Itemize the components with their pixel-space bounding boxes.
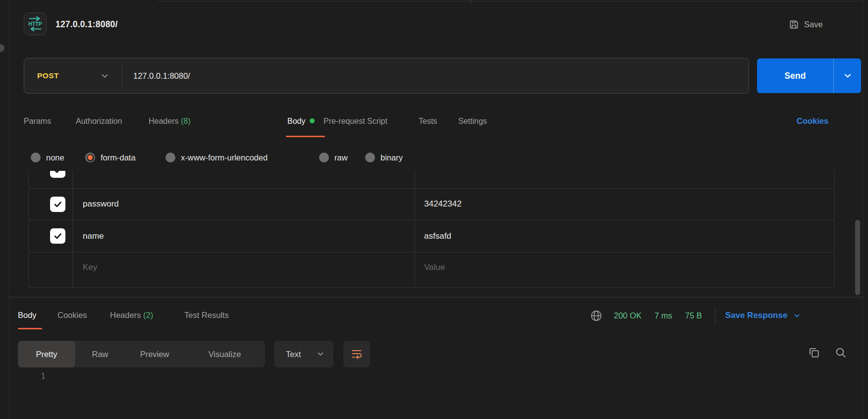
editor-line-number: 1	[31, 371, 46, 381]
active-tab-underline	[286, 136, 325, 137]
key-input-placeholder[interactable]: Key	[83, 262, 97, 272]
cookies-link[interactable]: Cookies	[797, 116, 828, 126]
radio-form-data[interactable]: form-data	[85, 152, 136, 163]
response-time[interactable]: 7 ms	[654, 311, 672, 320]
send-options-button[interactable]	[834, 58, 861, 93]
body-content-dot	[310, 118, 315, 123]
radio-binary-label: binary	[380, 153, 403, 162]
radio-icon	[31, 153, 41, 162]
radio-icon	[319, 153, 329, 162]
table-row-name: name asfsafd	[29, 220, 834, 253]
radio-selected-icon	[85, 153, 95, 162]
radio-urlencoded-label: x-www-form-urlencoded	[181, 153, 268, 162]
response-tab-headers[interactable]: Headers (2)	[110, 311, 153, 320]
response-tab-cookies[interactable]: Cookies	[57, 311, 87, 320]
tab-pre-request-script[interactable]: Pre-request Script	[324, 117, 387, 126]
radio-raw-label: raw	[334, 153, 348, 162]
table-row-new: Key Value	[29, 253, 834, 288]
request-title: 127.0.0.1:8080/	[55, 19, 118, 30]
wrap-line-icon	[350, 348, 363, 361]
tabstrip-border	[158, 1, 863, 1]
response-headers-label: Headers	[110, 311, 141, 319]
status-badge[interactable]: 200 OK	[614, 311, 642, 320]
active-response-tab-underline	[18, 328, 42, 329]
value-cell[interactable]: 34242342	[424, 199, 462, 209]
wrap-line-button[interactable]	[343, 341, 370, 367]
tab-headers-label: Headers	[149, 117, 178, 125]
pane-resize-divider[interactable]	[9, 297, 863, 298]
view-raw-button[interactable]: Raw	[75, 341, 125, 367]
svg-text:HTTP: HTTP	[28, 21, 42, 27]
headers-count-badge: (8)	[181, 117, 191, 125]
send-button[interactable]: Send	[757, 58, 833, 93]
save-button[interactable]: Save	[788, 16, 823, 33]
search-response-button[interactable]	[834, 346, 847, 359]
tab-params[interactable]: Params	[24, 117, 51, 126]
radio-icon	[365, 153, 375, 162]
response-size[interactable]: 75 B	[685, 311, 702, 320]
copy-icon	[808, 346, 820, 359]
left-pane-border	[9, 0, 9, 419]
response-tab-body[interactable]: Body	[18, 311, 37, 320]
radio-raw[interactable]: raw	[319, 152, 348, 163]
table-row-password: password 34242342	[29, 189, 834, 220]
magnifier-icon	[834, 346, 847, 359]
sidebar-clipped-dot	[0, 44, 4, 52]
meta-divider	[715, 307, 715, 324]
tab-headers[interactable]: Headers (8)	[149, 117, 191, 126]
app-window: HTTP 127.0.0.1:8080/ Save POST 127.0.0.1…	[0, 0, 868, 419]
response-meta: 200 OK 7 ms 75 B Save Response	[590, 307, 801, 324]
scrollbar-thumb[interactable]	[855, 220, 860, 295]
row-checkbox-checked[interactable]	[50, 197, 65, 212]
request-url-bar: POST 127.0.0.1:8080/	[24, 58, 749, 94]
globe-icon[interactable]	[590, 309, 603, 322]
chevron-down-icon	[101, 72, 109, 80]
chevron-down-icon	[793, 312, 801, 319]
tab-separator	[471, 0, 471, 4]
tab-body[interactable]: Body	[287, 117, 315, 126]
tab-authorization[interactable]: Authorization	[76, 117, 122, 126]
tab-tests[interactable]: Tests	[419, 117, 437, 126]
view-preview-button[interactable]: Preview	[125, 341, 184, 367]
url-input[interactable]: 127.0.0.1:8080/	[122, 71, 190, 81]
save-response-button[interactable]: Save Response	[725, 311, 801, 320]
http-method-icon: HTTP	[24, 12, 47, 35]
response-view-switcher: Pretty Raw Preview Visualize	[18, 341, 265, 367]
key-cell[interactable]: name	[83, 231, 104, 241]
form-data-table: password 34242342 name asfsafd Key Value	[28, 171, 835, 288]
view-visualize-button[interactable]: Visualize	[184, 341, 265, 367]
radio-binary[interactable]: binary	[365, 152, 403, 163]
row-checkbox-checked[interactable]	[50, 228, 65, 244]
row-checkbox-checked[interactable]	[50, 171, 65, 178]
radio-icon	[165, 153, 175, 162]
format-select-value: Text	[286, 350, 317, 359]
chevron-down-icon	[317, 350, 325, 358]
tab-settings[interactable]: Settings	[458, 117, 487, 126]
key-cell[interactable]: password	[83, 199, 119, 209]
value-input-placeholder[interactable]: Value	[424, 262, 445, 272]
tab-body-label: Body	[287, 117, 305, 125]
radio-form-data-label: form-data	[101, 153, 136, 162]
method-label: POST	[37, 71, 59, 80]
radio-none[interactable]: none	[31, 152, 64, 163]
send-button-group: Send	[757, 58, 861, 93]
value-cell[interactable]: asfsafd	[424, 231, 451, 241]
table-row-clipped	[29, 171, 834, 189]
save-icon	[788, 19, 800, 30]
radio-x-www-form-urlencoded[interactable]: x-www-form-urlencoded	[165, 152, 268, 163]
right-pane-border	[863, 0, 863, 419]
response-headers-count-badge: (2)	[143, 311, 153, 319]
radio-none-label: none	[46, 153, 64, 162]
format-select[interactable]: Text	[274, 341, 333, 367]
copy-response-button[interactable]	[808, 346, 820, 359]
chevron-down-icon	[843, 71, 852, 80]
save-response-label: Save Response	[725, 311, 788, 320]
save-button-label: Save	[804, 20, 823, 29]
view-pretty-button[interactable]: Pretty	[18, 341, 75, 367]
method-selector[interactable]: POST	[24, 58, 122, 93]
response-tab-test-results[interactable]: Test Results	[184, 311, 229, 320]
